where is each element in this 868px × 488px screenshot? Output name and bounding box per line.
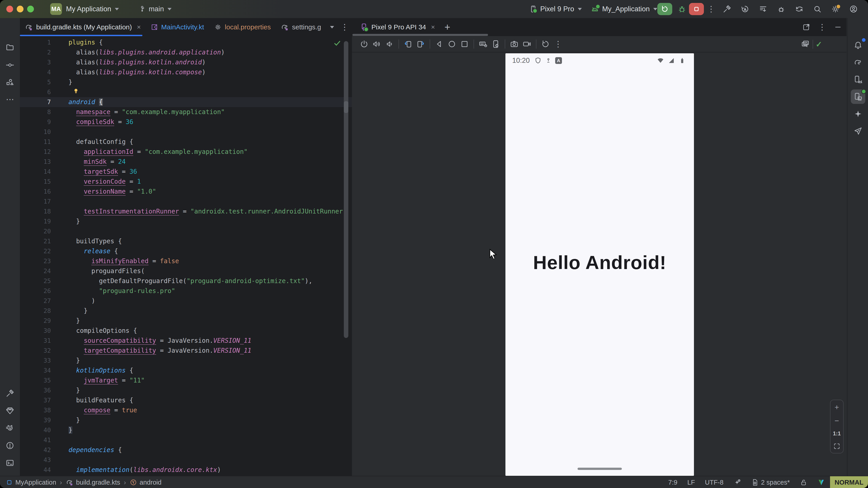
code-editor[interactable]: 1plugins {2 alias(libs.plugins.android.a… bbox=[20, 36, 352, 476]
code-line-7[interactable]: 7android { bbox=[20, 97, 352, 107]
add-device-tab-button[interactable]: + bbox=[444, 22, 450, 33]
code-line-43[interactable]: 43 bbox=[20, 455, 352, 465]
line-number[interactable]: 43 bbox=[20, 455, 51, 465]
line-number[interactable]: 10 bbox=[20, 127, 51, 137]
line-number[interactable]: 41 bbox=[20, 435, 51, 445]
device-settings-icon[interactable] bbox=[489, 38, 502, 51]
code-line-12[interactable]: 12 applicationId = "com.example.myapplic… bbox=[20, 147, 352, 157]
line-number[interactable]: 25 bbox=[20, 276, 51, 286]
code-line-30[interactable]: 30 compileOptions { bbox=[20, 326, 352, 336]
code-line-13[interactable]: 13 minSdk = 24 bbox=[20, 157, 352, 167]
line-ending-indicator[interactable]: LF bbox=[687, 479, 695, 486]
vim-mode-badge[interactable]: NORMAL bbox=[830, 476, 868, 488]
profiler-cat-icon[interactable] bbox=[3, 421, 17, 435]
sync-alt-icon[interactable] bbox=[795, 4, 804, 13]
line-number[interactable]: 8 bbox=[20, 107, 51, 117]
line-number[interactable]: 36 bbox=[20, 385, 51, 395]
code-line-21[interactable]: 21 buildTypes { bbox=[20, 236, 352, 246]
build-hammer-icon[interactable] bbox=[722, 4, 732, 13]
problems-icon[interactable] bbox=[3, 438, 17, 453]
code-line-37[interactable]: 37 buildFeatures { bbox=[20, 395, 352, 405]
gesture-nav-handle[interactable] bbox=[578, 468, 622, 470]
line-number[interactable]: 26 bbox=[20, 286, 51, 296]
settings-gear-icon[interactable] bbox=[831, 4, 840, 13]
zoom-actual-size-button[interactable]: 1:1 bbox=[833, 430, 841, 437]
code-line-32[interactable]: 32 targetCompatibility = JavaVersion.VER… bbox=[20, 346, 352, 356]
line-number[interactable]: 2 bbox=[20, 47, 51, 57]
line-number[interactable]: 40 bbox=[20, 425, 51, 435]
unlocked-icon[interactable] bbox=[800, 479, 807, 486]
tab-pixel-9-pro-api-34[interactable]: Pixel 9 Pro API 34 × bbox=[352, 18, 440, 36]
back-icon[interactable] bbox=[433, 38, 445, 51]
tab-more-options-icon[interactable]: ⋮ bbox=[340, 22, 348, 32]
code-line-11[interactable]: 11 defaultConfig { bbox=[20, 137, 352, 147]
more-v-icon[interactable]: ⋮ bbox=[552, 38, 564, 51]
caret-position[interactable]: 7:9 bbox=[668, 479, 677, 486]
virtual-input-icon[interactable] bbox=[477, 38, 489, 51]
code-line-24[interactable]: 24 proguardFiles( bbox=[20, 266, 352, 276]
run-more-actions-button[interactable]: ⋮ bbox=[707, 0, 715, 18]
open-in-new-window-icon[interactable] bbox=[802, 23, 810, 31]
line-number[interactable]: 22 bbox=[20, 246, 51, 256]
restart-icon[interactable] bbox=[539, 38, 552, 51]
code-line-6[interactable]: 6 bbox=[20, 87, 352, 97]
breadcrumb-file[interactable]: build.gradle.kts bbox=[66, 479, 120, 486]
code-line-29[interactable]: 29 } bbox=[20, 316, 352, 326]
line-number[interactable]: 5 bbox=[20, 77, 51, 87]
line-number[interactable]: 15 bbox=[20, 177, 51, 187]
close-tab-icon[interactable]: × bbox=[137, 23, 141, 31]
line-number[interactable]: 42 bbox=[20, 445, 51, 455]
code-line-38[interactable]: 38 compose = true bbox=[20, 405, 352, 415]
home-icon[interactable] bbox=[445, 38, 458, 51]
close-window-button[interactable] bbox=[6, 6, 13, 12]
line-number[interactable]: 32 bbox=[20, 346, 51, 356]
line-number[interactable]: 18 bbox=[20, 206, 51, 217]
volume-up-icon[interactable] bbox=[370, 38, 383, 51]
line-number[interactable]: 27 bbox=[20, 296, 51, 306]
line-number[interactable]: 39 bbox=[20, 415, 51, 425]
line-number[interactable]: 38 bbox=[20, 405, 51, 415]
ideavim-icon[interactable] bbox=[817, 479, 825, 486]
code-area[interactable]: 1plugins {2 alias(libs.plugins.android.a… bbox=[20, 37, 352, 475]
zoom-to-fit-icon[interactable] bbox=[833, 443, 840, 450]
code-line-22[interactable]: 22 release { bbox=[20, 246, 352, 256]
encoding-indicator[interactable]: UTF-8 bbox=[705, 479, 723, 486]
gradle-elephant-icon[interactable] bbox=[851, 55, 865, 70]
code-line-18[interactable]: 18 testInstrumentationRunner = "androidx… bbox=[20, 206, 352, 217]
screen-record-icon[interactable] bbox=[521, 38, 533, 51]
line-number[interactable]: 1 bbox=[20, 37, 51, 47]
tab-build-gradle-kts[interactable]: build.gradle.kts (My Application) × bbox=[20, 18, 146, 36]
hide-panel-icon[interactable] bbox=[834, 23, 842, 31]
code-line-31[interactable]: 31 sourceCompatibility = JavaVersion.VER… bbox=[20, 336, 352, 346]
running-devices-icon[interactable] bbox=[851, 90, 865, 104]
zoom-in-button[interactable]: + bbox=[835, 403, 839, 411]
airplane-icon[interactable] bbox=[851, 124, 865, 138]
code-line-19[interactable]: 19 } bbox=[20, 217, 352, 226]
line-number[interactable]: 30 bbox=[20, 326, 51, 336]
tab-settings-gradle[interactable]: settings.g bbox=[276, 18, 326, 36]
code-line-28[interactable]: 28 } bbox=[20, 306, 352, 316]
minimize-window-button[interactable] bbox=[17, 6, 24, 12]
overview-icon[interactable] bbox=[458, 38, 471, 51]
code-line-42[interactable]: 42dependencies { bbox=[20, 445, 352, 455]
line-number[interactable]: 17 bbox=[20, 197, 51, 206]
search-icon[interactable] bbox=[813, 4, 822, 13]
panel-more-options-icon[interactable]: ⋮ bbox=[818, 22, 826, 32]
line-number[interactable]: 34 bbox=[20, 365, 51, 376]
more-h-icon[interactable]: ⋯ bbox=[3, 92, 17, 107]
code-line-9[interactable]: 9 compileSdk = 36 bbox=[20, 117, 352, 127]
structure-shapes-icon[interactable] bbox=[3, 75, 17, 90]
rotate-right-icon[interactable] bbox=[414, 38, 427, 51]
line-number[interactable]: 23 bbox=[20, 256, 51, 266]
screenshot-icon[interactable] bbox=[508, 38, 521, 51]
close-tab-icon[interactable]: × bbox=[431, 23, 435, 31]
line-number[interactable]: 11 bbox=[20, 137, 51, 147]
branch-selector[interactable]: main bbox=[138, 0, 172, 18]
account-icon[interactable] bbox=[849, 4, 858, 13]
line-number[interactable]: 3 bbox=[20, 57, 51, 67]
line-number[interactable]: 24 bbox=[20, 266, 51, 276]
tab-overflow-chevron-icon[interactable] bbox=[329, 26, 334, 29]
code-line-15[interactable]: 15 versionCode = 1 bbox=[20, 177, 352, 187]
code-line-17[interactable]: 17 bbox=[20, 197, 352, 206]
folder-icon[interactable] bbox=[3, 40, 17, 55]
